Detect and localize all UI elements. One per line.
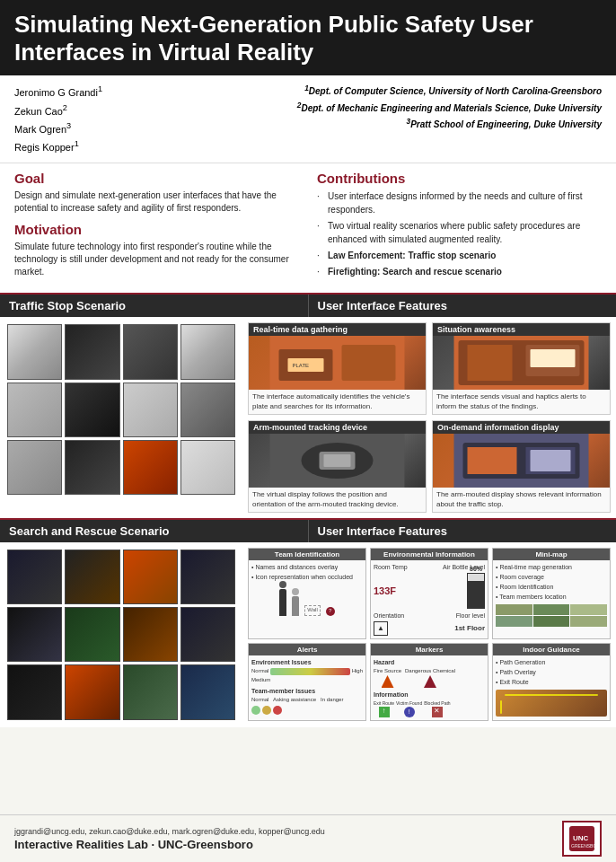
affiliation-1: 1Dept. of Computer Science, University o… — [172, 83, 602, 99]
traffic-feature-card-2: Situation awareness The interface sends … — [432, 322, 611, 415]
sar-markers-body: Hazard Fire Source Dangerous Chemical — [371, 655, 488, 719]
traffic-img-3 — [123, 324, 178, 379]
sar-img-grid — [7, 550, 235, 720]
contrib-item-1: User interface designs informed by the n… — [317, 189, 602, 216]
sar-indoor-title: Indoor Guidance — [493, 644, 610, 655]
traffic-img-12 — [180, 440, 235, 495]
traffic-feature-card-4: On-demand information display The arm-mo… — [432, 420, 611, 513]
traffic-content: Real-time data gathering PLATE The inter… — [0, 317, 616, 518]
logo-box: UNC GREENSBORO — [562, 821, 602, 857]
sar-feature-markers: Markers Hazard Fire Source Dangerous Che… — [370, 643, 488, 720]
traffic-feature-title-3: Arm-mounted tracking device — [249, 421, 426, 434]
traffic-img-10 — [65, 440, 119, 495]
footer-lab: Interactive Realities Lab · UNC-Greensbo… — [14, 838, 530, 851]
traffic-img-2 — [65, 324, 119, 379]
traffic-img-1 — [7, 324, 62, 379]
sar-scenario-bar: Search and Rescue Scenario User Interfac… — [0, 520, 616, 542]
traffic-img-grid — [7, 324, 235, 495]
sar-minimap-title: Mini-map — [493, 549, 610, 560]
authors-left: Jeronimo G Grandi1 Zekun Cao2 Mark Ogren… — [14, 83, 158, 155]
footer-logo: UNC GREENSBORO — [530, 821, 602, 857]
svg-rect-18 — [531, 450, 571, 471]
sar-img-12 — [180, 664, 235, 719]
right-col: Contributions User interface designs inf… — [317, 171, 602, 286]
author-2: Zekun Cao2 — [14, 101, 158, 119]
goal-heading: Goal — [14, 171, 299, 186]
traffic-feature-img-1: PLATE — [249, 336, 426, 390]
traffic-ui-features: Real-time data gathering PLATE The inter… — [242, 317, 616, 518]
sar-img-3 — [123, 550, 178, 604]
sar-img-6 — [65, 607, 119, 662]
sar-img-4 — [180, 550, 235, 604]
header: Simulating Next-Generation Public Safety… — [0, 0, 616, 75]
sar-env-title: Environmental Information — [371, 549, 488, 560]
sar-feature-alerts: Alerts Environment Issues Normal High Me… — [248, 643, 366, 720]
svg-rect-16 — [468, 447, 517, 474]
traffic-feature-img-3 — [249, 434, 426, 488]
sar-features-grid: Team Identification • Names and distance… — [248, 548, 611, 721]
sar-img-7 — [123, 607, 178, 662]
traffic-bar-right: User Interface Features — [309, 295, 617, 317]
traffic-img-6 — [65, 383, 119, 437]
contrib-item-4: Firefighting: Search and rescue scenario — [317, 265, 602, 278]
svg-text:PLATE: PLATE — [293, 363, 310, 368]
contributions-list: User interface designs informed by the n… — [317, 189, 602, 278]
author-4: Regis Kopper1 — [14, 137, 158, 155]
left-col: Goal Design and simulate next-generation… — [14, 171, 299, 286]
sar-content: Team Identification • Names and distance… — [0, 542, 616, 727]
motivation-text: Simulate future technology into first re… — [14, 241, 299, 278]
traffic-feature-img-2 — [433, 336, 610, 390]
svg-rect-13 — [324, 454, 351, 467]
traffic-feature-text-2: The interface sends visual and haptics a… — [433, 390, 610, 414]
sar-feature-minimap: Mini-map • Real-time map generation • Ro… — [492, 548, 611, 639]
authors-section: Jeronimo G Grandi1 Zekun Cao2 Mark Ogren… — [0, 75, 616, 163]
sar-img-5 — [7, 607, 62, 662]
footer-left: jggrandi@uncg.edu, zekun.cao@duke.edu, m… — [14, 827, 530, 851]
traffic-features-grid: Real-time data gathering PLATE The inter… — [248, 322, 611, 513]
traffic-feature-title-4: On-demand information display — [433, 421, 610, 434]
traffic-feature-card-1: Real-time data gathering PLATE The inter… — [248, 322, 427, 415]
sar-img-10 — [65, 664, 119, 719]
traffic-feature-text-4: The arm-mouted display shows relevant in… — [433, 488, 610, 512]
motivation-heading: Motivation — [14, 222, 299, 237]
contrib-item-3: Law Enforcement: Traffic stop scenario — [317, 249, 602, 262]
sar-images — [0, 542, 242, 727]
svg-rect-2 — [342, 345, 396, 381]
sar-team-id-title: Team Identification — [249, 549, 365, 560]
traffic-img-4 — [180, 324, 235, 379]
traffic-images — [0, 317, 242, 518]
svg-text:UNC: UNC — [573, 834, 589, 842]
svg-rect-7 — [468, 345, 513, 381]
traffic-scenario-bar: Traffic Stop Scenario User Interface Fea… — [0, 295, 616, 317]
sar-img-1 — [7, 550, 62, 604]
sar-feature-indoor: Indoor Guidance • Path Generation • Path… — [492, 643, 611, 720]
contrib-item-2: Two virtual reality scenarios where publ… — [317, 219, 602, 246]
sar-img-8 — [180, 607, 235, 662]
sar-alerts-body: Environment Issues Normal High Medium Te… — [249, 655, 365, 717]
poster-title: Simulating Next-Generation Public Safety… — [14, 11, 602, 66]
sar-minimap-body: • Real-time map generation • Room covera… — [493, 560, 610, 629]
traffic-img-5 — [7, 383, 62, 437]
sar-img-9 — [7, 664, 62, 719]
sar-indoor-body: • Path Generation • Path Overlay • Exit … — [493, 655, 610, 719]
authors-right: 1Dept. of Computer Science, University o… — [172, 83, 602, 155]
traffic-img-11 — [123, 440, 178, 495]
traffic-img-9 — [7, 440, 62, 495]
traffic-feature-title-1: Real-time data gathering — [249, 323, 426, 336]
sar-env-body: Room TempAir Bottle Level 133F 80% Orien… — [371, 560, 488, 638]
sar-team-id-body: • Names and distances overlay • Icon rep… — [249, 560, 365, 619]
affiliation-2: 2Dept. of Mechanic Engineering and Mater… — [172, 100, 602, 116]
sar-alerts-title: Alerts — [249, 644, 365, 655]
sar-img-2 — [65, 550, 119, 604]
goal-text: Design and simulate next-generation user… — [14, 189, 299, 215]
content-section: Goal Design and simulate next-generation… — [0, 163, 616, 293]
author-3: Mark Ogren3 — [14, 119, 158, 137]
traffic-img-7 — [123, 383, 178, 437]
svg-rect-9 — [531, 349, 576, 367]
sar-markers-title: Markers — [371, 644, 488, 655]
sar-bar-right: User Interface Features — [309, 520, 617, 542]
traffic-feature-card-3: Arm-mounted tracking device The virtual … — [248, 420, 427, 513]
svg-text:GREENSBORO: GREENSBORO — [571, 843, 594, 849]
sar-img-11 — [123, 664, 178, 719]
sar-feature-team-id: Team Identification • Names and distance… — [248, 548, 366, 639]
